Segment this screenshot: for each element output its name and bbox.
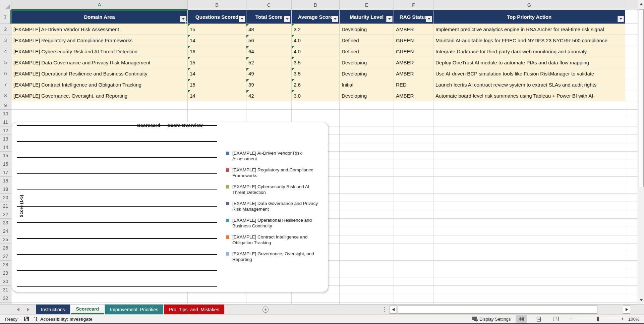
cell-H13[interactable] — [625, 135, 638, 143]
cell-F3[interactable]: GREEN — [394, 35, 433, 46]
header-cell-G1[interactable]: Top Priority Action — [433, 10, 625, 24]
cell-D5[interactable]: 3.5 — [292, 57, 340, 68]
cell-F18[interactable] — [394, 177, 433, 185]
cell-E22[interactable] — [340, 210, 394, 219]
cell-G29[interactable] — [433, 269, 625, 277]
cell-F14[interactable] — [394, 143, 433, 152]
row-header-2[interactable]: 2 — [0, 24, 11, 35]
row-header-3[interactable]: 3 — [0, 35, 11, 46]
sheet-tab-pro_tips_and_mistakes[interactable]: Pro_Tips_and_Mistakes — [164, 305, 224, 314]
cell-E31[interactable] — [340, 286, 394, 294]
filter-dropdown-icon[interactable] — [426, 16, 432, 22]
row-header-4[interactable]: 4 — [0, 46, 11, 57]
cell-C10[interactable] — [246, 110, 292, 118]
cell-H6[interactable] — [625, 68, 638, 79]
row-header-9[interactable]: 9 — [0, 101, 11, 110]
row-header-14[interactable]: 14 — [0, 143, 11, 152]
cell-E27[interactable] — [340, 252, 394, 261]
cell-H4[interactable] — [625, 46, 638, 57]
cell-D6[interactable]: 3.5 — [292, 68, 340, 79]
cell-C6[interactable]: 49 — [246, 68, 292, 79]
sheet-tab-instructions[interactable]: Instructions — [36, 305, 70, 314]
cell-H25[interactable] — [625, 235, 638, 244]
sheet-tab-scorecard[interactable]: Scorecard — [71, 305, 104, 314]
cell-E18[interactable] — [340, 177, 394, 185]
column-header-partial[interactable] — [625, 0, 638, 10]
select-all-corner[interactable] — [0, 0, 11, 10]
tabbar-splitter-handle[interactable] — [384, 307, 385, 312]
cell-F15[interactable] — [394, 152, 433, 160]
cell-C9[interactable] — [246, 101, 292, 110]
row-header-23[interactable]: 23 — [0, 219, 11, 227]
column-header-E[interactable]: E — [340, 0, 394, 10]
cell-G25[interactable] — [433, 235, 625, 244]
cell-G31[interactable] — [433, 286, 625, 294]
cell-F17[interactable] — [394, 168, 433, 177]
cell-E30[interactable] — [340, 277, 394, 286]
filter-dropdown-icon[interactable] — [332, 16, 338, 22]
cell-H8[interactable] — [625, 90, 638, 101]
header-cell-F1[interactable]: RAG Status — [394, 10, 433, 24]
filter-dropdown-icon[interactable] — [180, 16, 186, 22]
cell-A3[interactable]: [EXAMPLE] Regulatory and Compliance Fram… — [11, 35, 188, 46]
cell-F28[interactable] — [394, 261, 433, 269]
cell-G6[interactable]: Use AI-driven BCP simulation tools like … — [433, 68, 625, 79]
row-header-20[interactable]: 20 — [0, 194, 11, 202]
cell-F2[interactable]: AMBER — [394, 24, 433, 35]
cell-G27[interactable] — [433, 252, 625, 261]
cell-A7[interactable]: [EXAMPLE] Contract Intelligence and Obli… — [11, 79, 188, 90]
cell-E7[interactable]: Initial — [340, 79, 394, 90]
cell-H1[interactable] — [625, 10, 638, 24]
cell-F13[interactable] — [394, 135, 433, 143]
scroll-up-button[interactable] — [639, 1, 644, 7]
cell-E29[interactable] — [340, 269, 394, 277]
cell-G26[interactable] — [433, 244, 625, 252]
row-header-32[interactable]: 32 — [0, 294, 11, 303]
score-overview-chart[interactable]: Scorecard — Score Overview Score (1-5) [… — [12, 122, 328, 292]
cell-H15[interactable] — [625, 152, 638, 160]
cell-C3[interactable]: 56 — [246, 35, 292, 46]
cell-H16[interactable] — [625, 160, 638, 168]
macro-record-icon[interactable] — [24, 315, 29, 323]
row-header-28[interactable]: 28 — [0, 261, 11, 269]
vertical-scrollbar[interactable] — [638, 0, 644, 304]
row-header-29[interactable]: 29 — [0, 269, 11, 277]
zoom-slider-handle[interactable] — [597, 317, 599, 321]
cell-B7[interactable]: 15 — [188, 79, 246, 90]
cell-E12[interactable] — [340, 126, 394, 135]
row-header-15[interactable]: 15 — [0, 152, 11, 160]
filter-dropdown-icon[interactable] — [284, 16, 290, 22]
row-header-24[interactable]: 24 — [0, 227, 11, 235]
cell-H18[interactable] — [625, 177, 638, 185]
scroll-down-button[interactable] — [639, 296, 644, 303]
row-header-31[interactable]: 31 — [0, 286, 11, 294]
cell-H10[interactable] — [625, 110, 638, 118]
cell-E10[interactable] — [340, 110, 394, 118]
row-header-16[interactable]: 16 — [0, 160, 11, 168]
cell-B9[interactable] — [188, 101, 246, 110]
cell-F7[interactable]: RED — [394, 79, 433, 90]
header-cell-E1[interactable]: Maturity Level — [340, 10, 394, 24]
cell-H3[interactable] — [625, 35, 638, 46]
row-header-17[interactable]: 17 — [0, 168, 11, 177]
cell-G11[interactable] — [433, 118, 625, 126]
cell-C32[interactable] — [246, 294, 292, 303]
cell-H11[interactable] — [625, 118, 638, 126]
cell-H21[interactable] — [625, 202, 638, 210]
row-header-6[interactable]: 6 — [0, 68, 11, 79]
cell-E11[interactable] — [340, 118, 394, 126]
cell-A9[interactable] — [11, 101, 188, 110]
row-header-12[interactable]: 12 — [0, 126, 11, 135]
cell-G19[interactable] — [433, 185, 625, 194]
cell-E3[interactable]: Defined — [340, 35, 394, 46]
cell-B8[interactable]: 14 — [188, 90, 246, 101]
cell-C5[interactable]: 52 — [246, 57, 292, 68]
row-header-7[interactable]: 7 — [0, 79, 11, 90]
row-header-11[interactable]: 11 — [0, 118, 11, 126]
cell-F5[interactable]: AMBER — [394, 57, 433, 68]
cell-H17[interactable] — [625, 168, 638, 177]
cell-H28[interactable] — [625, 261, 638, 269]
cell-D8[interactable]: 3.0 — [292, 90, 340, 101]
cell-G17[interactable] — [433, 168, 625, 177]
cell-D32[interactable] — [292, 294, 340, 303]
